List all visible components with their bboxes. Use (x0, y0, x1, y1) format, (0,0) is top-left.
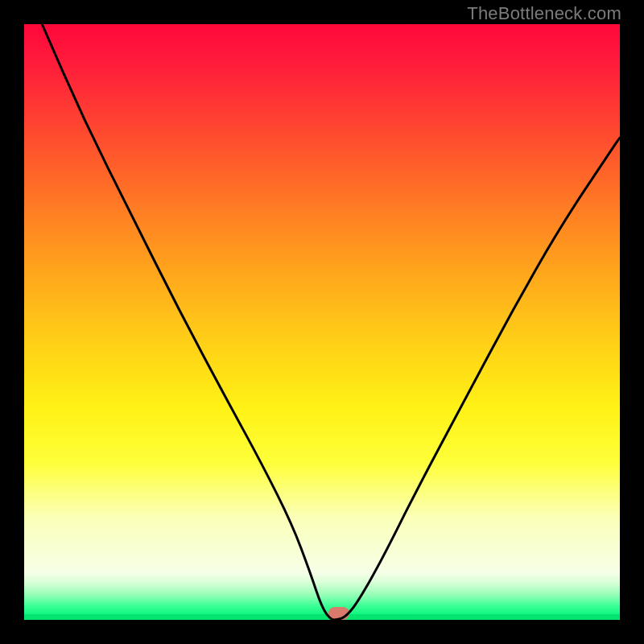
watermark-text: TheBottleneck.com (467, 3, 621, 24)
chart-frame: TheBottleneck.com (0, 0, 644, 644)
curve-path (42, 24, 620, 620)
plot-area (24, 24, 620, 620)
bottleneck-curve (24, 24, 620, 620)
